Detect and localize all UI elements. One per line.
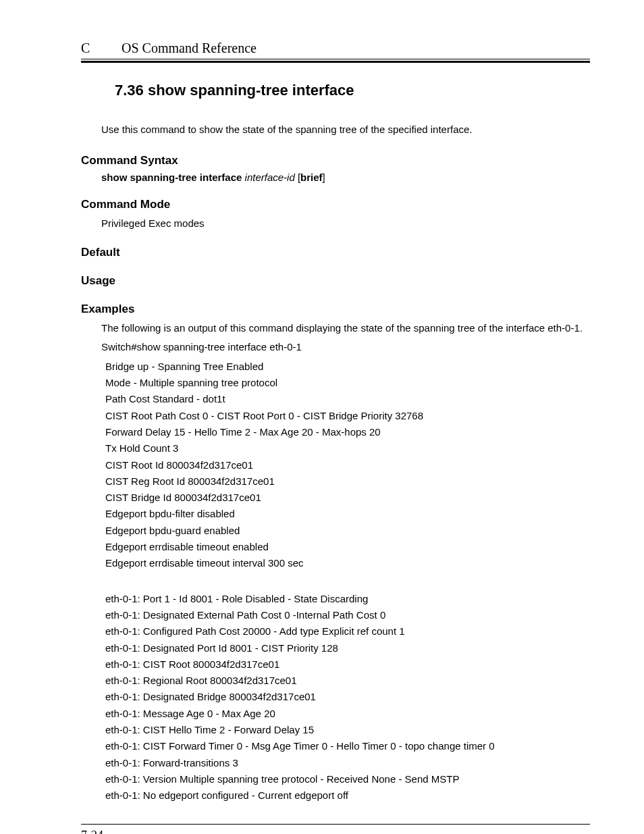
output-line: eth-0-1: Version Multiple spanning tree …	[101, 771, 590, 787]
output-line: Forward Delay 15 - Hello Time 2 - Max Ag…	[101, 424, 590, 440]
output-line: eth-0-1: Designated External Path Cost 0…	[101, 607, 590, 623]
output-line: eth-0-1: Port 1 - Id 8001 - Role Disable…	[101, 591, 590, 607]
syntax-line: show spanning-tree interface interface-i…	[101, 172, 590, 183]
command-mode-body: Privileged Exec modes	[101, 215, 590, 231]
examples-cmd-line: Switch#show spanning-tree interface eth-…	[101, 339, 590, 355]
output-line: eth-0-1: CIST Hello Time 2 - Forward Del…	[101, 722, 590, 738]
footer-rule	[81, 824, 590, 825]
output-line: Tx Hold Count 3	[101, 440, 590, 457]
page-title: 7.36 show spanning-tree interface	[115, 82, 590, 99]
syntax-lbracket: [	[295, 172, 300, 183]
output-line: CIST Root Id 800034f2d317ce01	[101, 457, 590, 473]
section-command-syntax: Command Syntax	[81, 154, 590, 167]
syntax-rbracket: ]	[323, 172, 325, 183]
output-line: Mode - Multiple spanning tree protocol	[101, 375, 590, 391]
output-line: eth-0-1: No edgeport configured - Curren…	[101, 787, 590, 804]
output-line: eth-0-1: CIST Forward Timer 0 - Msg Age …	[101, 738, 590, 754]
syntax-command: show spanning-tree interface	[101, 172, 242, 183]
header-letter: C	[81, 41, 122, 56]
header-title: OS Command Reference	[122, 41, 257, 56]
output-line: eth-0-1: Regional Root 800034f2d317ce01	[101, 673, 590, 689]
output-line: CIST Reg Root Id 800034f2d317ce01	[101, 473, 590, 490]
syntax-option: brief	[300, 172, 323, 183]
section-command-mode: Command Mode	[81, 198, 590, 211]
output-line: eth-0-1: CIST Root 800034f2d317ce01	[101, 656, 590, 673]
examples-intro: The following is an output of this comma…	[101, 320, 590, 336]
header-rule-thin	[81, 59, 590, 59]
section-default: Default	[81, 246, 590, 259]
section-usage: Usage	[81, 274, 590, 288]
output-block-1: Bridge up - Spanning Tree EnabledMode - …	[101, 359, 590, 572]
output-line: CIST Root Path Cost 0 - CIST Root Port 0…	[101, 408, 590, 424]
output-line: eth-0-1: Configured Path Cost 20000 - Ad…	[101, 623, 590, 640]
output-line: Edgeport bpdu-filter disabled	[101, 506, 590, 522]
intro-text: Use this command to show the state of th…	[101, 124, 590, 135]
syntax-arg: interface-id	[245, 172, 295, 183]
section-examples: Examples	[81, 303, 590, 316]
output-line: Edgeport errdisable timeout enabled	[101, 539, 590, 555]
output-line: Edgeport errdisable timeout interval 300…	[101, 555, 590, 571]
output-line: Edgeport bpdu-guard enabled	[101, 523, 590, 539]
header-rule-thick	[81, 61, 590, 63]
output-line: eth-0-1: Forward-transitions 3	[101, 755, 590, 771]
page-number: 7-24	[81, 829, 590, 834]
output-line: CIST Bridge Id 800034f2d317ce01	[101, 490, 590, 506]
output-line: eth-0-1: Designated Port Id 8001 - CIST …	[101, 640, 590, 656]
running-header: C OS Command Reference	[81, 41, 590, 56]
output-line: eth-0-1: Designated Bridge 800034f2d317c…	[101, 689, 590, 705]
output-line: Path Cost Standard - dot1t	[101, 391, 590, 407]
output-block-2: eth-0-1: Port 1 - Id 8001 - Role Disable…	[101, 591, 590, 804]
output-line: eth-0-1: Message Age 0 - Max Age 20	[101, 706, 590, 722]
output-line: Bridge up - Spanning Tree Enabled	[101, 359, 590, 375]
